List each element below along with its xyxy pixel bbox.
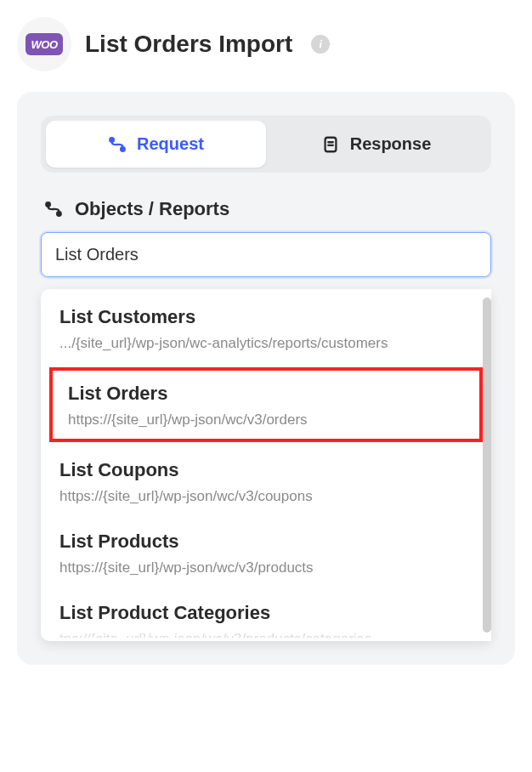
list-item[interactable]: List Product Categories tps://{site_url}… [41,588,491,638]
option-title: List Products [59,531,473,553]
tab-request-label: Request [137,134,204,154]
list-item[interactable]: List Coupons https://{site_url}/wp-json/… [41,446,491,517]
main-panel: Request Response Objects / Reports [17,92,515,665]
woo-logo-icon: WOO [25,33,63,55]
list-item[interactable]: List Orders https://{site_url}/wp-json/w… [49,367,483,442]
option-url: https://{site_url}/wp-json/wc/v3/coupons [59,488,473,505]
document-icon [321,135,340,154]
option-url: https://{site_url}/wp-json/wc/v3/orders [68,412,464,429]
info-icon[interactable]: i [311,35,330,54]
options-dropdown[interactable]: List Customers .../{site_url}/wp-json/wc… [41,289,491,641]
tab-response[interactable]: Response [266,121,486,167]
option-url: https://{site_url}/wp-json/wc/v3/product… [59,559,473,576]
section-title: Objects / Reports [75,198,229,220]
option-url: tps://{site_url}/wp-json/wc/v3/products/… [59,631,473,638]
app-logo-container: WOO [17,17,71,71]
route-icon [44,200,63,219]
search-input[interactable] [41,232,491,277]
tab-request[interactable]: Request [46,121,266,167]
tab-bar: Request Response [41,116,491,173]
list-item[interactable]: List Customers .../{site_url}/wp-json/wc… [41,292,491,364]
section-header: Objects / Reports [41,198,491,220]
option-title: List Coupons [59,459,473,481]
page-title: List Orders Import [85,31,292,58]
list-item[interactable]: List Products https://{site_url}/wp-json… [41,517,491,588]
tab-response-label: Response [350,134,432,154]
option-title: List Product Categories [59,602,473,624]
option-title: List Orders [68,383,464,405]
route-icon [108,135,127,154]
option-title: List Customers [59,306,473,328]
option-url: .../{site_url}/wp-json/wc-analytics/repo… [59,335,473,352]
page-header: WOO List Orders Import i [17,17,515,71]
